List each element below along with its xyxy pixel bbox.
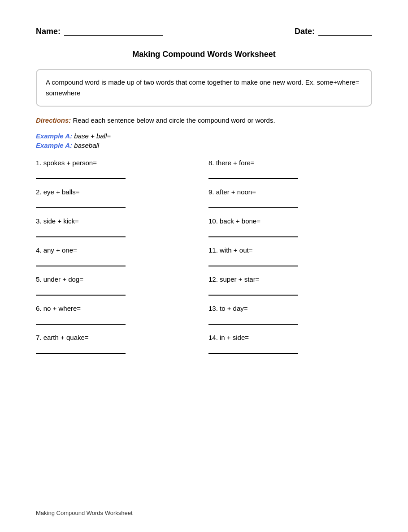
problem-item-left-1: 1. spokes + person= (36, 159, 191, 179)
problem-text-right-6: 13. to + day= (208, 305, 372, 312)
footer-text: Making Compound Words Worksheet (36, 510, 133, 516)
problem-text-right-7: 14. in + side= (208, 334, 372, 341)
date-line (318, 27, 372, 36)
problem-item-right-1: 8. there + fore= (208, 159, 372, 179)
example-value-1: base + ball= (74, 132, 111, 140)
header-row: Name: Date: (36, 27, 372, 36)
problem-item-right-4: 11. with + out= (208, 246, 372, 266)
problem-item-right-3: 10. back + bone= (208, 217, 372, 237)
answer-line-left-3 (36, 228, 126, 237)
answer-line-right-3 (208, 228, 298, 237)
worksheet-title: Making Compound Words Worksheet (36, 50, 372, 59)
problem-text-right-3: 10. back + bone= (208, 217, 372, 225)
problem-item-left-7: 7. earth + quake= (36, 334, 191, 354)
definition-box: A compound word is made up of two words … (36, 69, 372, 107)
examples-section: Example A: base + ball= Example A: baseb… (36, 132, 372, 149)
problem-item-left-5: 5. under + dog= (36, 275, 191, 296)
answer-line-left-5 (36, 287, 126, 296)
directions-label: Directions: (36, 116, 71, 124)
problem-text-right-2: 9. after + noon= (208, 188, 372, 196)
problem-item-right-2: 9. after + noon= (208, 188, 372, 208)
example-row-1: Example A: base + ball= (36, 132, 372, 140)
problem-text-left-6: 6. no + where= (36, 305, 191, 312)
answer-line-right-7 (208, 345, 298, 354)
directions-row: Directions: Read each sentence below and… (36, 116, 372, 124)
name-label: Name: (36, 27, 61, 36)
problem-item-right-5: 12. super + star= (208, 275, 372, 296)
answer-line-left-1 (36, 170, 126, 179)
problem-text-right-4: 11. with + out= (208, 246, 372, 254)
right-column: 8. there + fore= 9. after + noon= 10. ba… (204, 159, 372, 363)
answer-line-right-2 (208, 199, 298, 208)
answer-line-left-7 (36, 345, 126, 354)
name-section: Name: (36, 27, 163, 36)
answer-line-right-1 (208, 170, 298, 179)
answer-line-left-4 (36, 257, 126, 266)
directions-text: Read each sentence below and circle the … (73, 116, 275, 124)
answer-line-left-2 (36, 199, 126, 208)
problem-text-left-2: 2. eye + balls= (36, 188, 191, 196)
problem-text-left-1: 1. spokes + person= (36, 159, 191, 167)
answer-line-right-6 (208, 316, 298, 325)
problem-item-left-2: 2. eye + balls= (36, 188, 191, 208)
problem-text-left-7: 7. earth + quake= (36, 334, 191, 341)
worksheet-page: Name: Date: Making Compound Words Worksh… (0, 0, 408, 532)
name-line (64, 27, 163, 36)
example-value-2: baseball (74, 142, 99, 149)
problem-text-left-4: 4. any + one= (36, 246, 191, 254)
problem-item-right-6: 13. to + day= (208, 305, 372, 325)
date-section: Date: (295, 27, 372, 36)
problem-item-right-7: 14. in + side= (208, 334, 372, 354)
problem-text-left-3: 3. side + kick= (36, 217, 191, 225)
problem-item-left-3: 3. side + kick= (36, 217, 191, 237)
example-row-2: Example A: baseball (36, 142, 372, 149)
problems-grid: 1. spokes + person= 2. eye + balls= 3. s… (36, 159, 372, 363)
problem-text-right-5: 12. super + star= (208, 275, 372, 283)
problem-item-left-4: 4. any + one= (36, 246, 191, 266)
example-label-1: Example A: (36, 132, 72, 140)
answer-line-left-6 (36, 316, 126, 325)
answer-line-right-5 (208, 287, 298, 296)
example-label-2: Example A: (36, 142, 72, 149)
left-column: 1. spokes + person= 2. eye + balls= 3. s… (36, 159, 204, 363)
problem-text-left-5: 5. under + dog= (36, 275, 191, 283)
answer-line-right-4 (208, 257, 298, 266)
date-label: Date: (295, 27, 315, 36)
problem-item-left-6: 6. no + where= (36, 305, 191, 325)
problem-text-right-1: 8. there + fore= (208, 159, 372, 167)
